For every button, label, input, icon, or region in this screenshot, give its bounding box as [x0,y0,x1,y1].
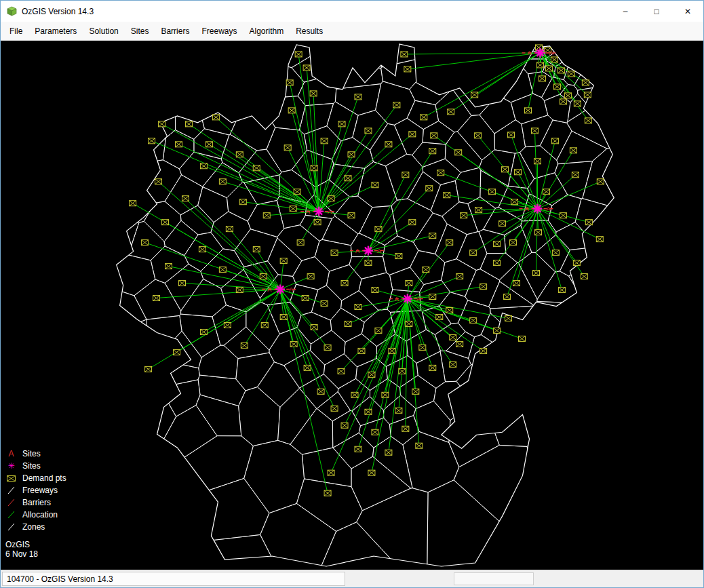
legend-label: Barriers [22,498,51,507]
map-branding: OzGIS [5,540,66,549]
menu-algorithm[interactable]: Algorithm [243,22,290,40]
legend-item-sites-pinwheel: ✳ Sites [5,460,66,472]
svg-text:A: A [267,286,271,293]
svg-text:A: A [328,208,332,215]
legend-label: Freeways [22,486,58,495]
titlebar: OzGIS Version 14.3 – □ ✕ [1,1,703,22]
legend-item-demand: Demand pts [5,472,66,484]
legend-label: Sites [22,449,41,458]
menu-barriers[interactable]: Barriers [155,22,195,40]
window-title: OzGIS Version 14.3 [22,7,610,16]
menu-file[interactable]: File [3,22,28,40]
demand-point-icon [5,475,17,482]
svg-text:A: A [355,248,359,254]
close-button[interactable]: ✕ [672,1,703,22]
sites-pinwheel-icon: ✳ [5,461,17,471]
menu-results[interactable]: Results [290,22,329,40]
map-date: 6 Nov 18 [5,549,66,559]
svg-text:A: A [549,50,553,56]
svg-text:A: A [528,50,532,56]
legend-label: Sites [22,461,41,471]
app-icon [6,5,18,17]
svg-text:A: A [525,205,529,212]
legend-label: Demand pts [22,473,66,483]
legend-label: Zones [22,522,45,532]
allocation-line-icon [5,511,17,519]
menu-solution[interactable]: Solution [83,22,124,40]
legend-label: Allocation [22,510,58,520]
legend-item-zones: Zones [5,521,66,533]
freeways-line-icon [5,486,17,494]
sites-a-icon: A [5,449,17,458]
window-controls: – □ ✕ [610,1,703,22]
svg-text:A: A [377,248,381,254]
legend-item-barriers: Barriers [5,496,66,509]
barriers-line-icon [5,498,17,507]
svg-text:A: A [546,205,550,212]
legend-item-freeways: Freeways [5,484,66,496]
zones-line-icon [5,523,17,531]
maximize-button[interactable]: □ [641,1,672,22]
app-window: OzGIS Version 14.3 – □ ✕ File Parameters… [0,0,704,588]
legend-item-allocation: Allocation [5,509,66,521]
map-area: AAAAAAAAAAAA A Sites ✳ Sites Demand pts [1,41,703,570]
menu-freeways[interactable]: Freeways [195,22,243,40]
legend-item-sites-a: A Sites [5,448,66,460]
svg-text:A: A [416,296,421,302]
status-message: 104700 - OzGIS Version 14.3 [2,572,345,586]
svg-text:A: A [306,208,310,215]
menubar: File Parameters Solution Sites Barriers … [1,22,703,41]
menu-parameters[interactable]: Parameters [28,22,83,40]
svg-text:A: A [289,286,293,293]
menu-sites[interactable]: Sites [125,22,155,40]
map-legend: A Sites ✳ Sites Demand pts Freeways [5,448,66,559]
minimize-button[interactable]: – [610,1,641,22]
svg-text:A: A [395,296,399,302]
progress-track [454,572,534,585]
statusbar: 104700 - OzGIS Version 14.3 [1,570,703,587]
map-canvas[interactable]: AAAAAAAAAAAA [1,41,703,570]
